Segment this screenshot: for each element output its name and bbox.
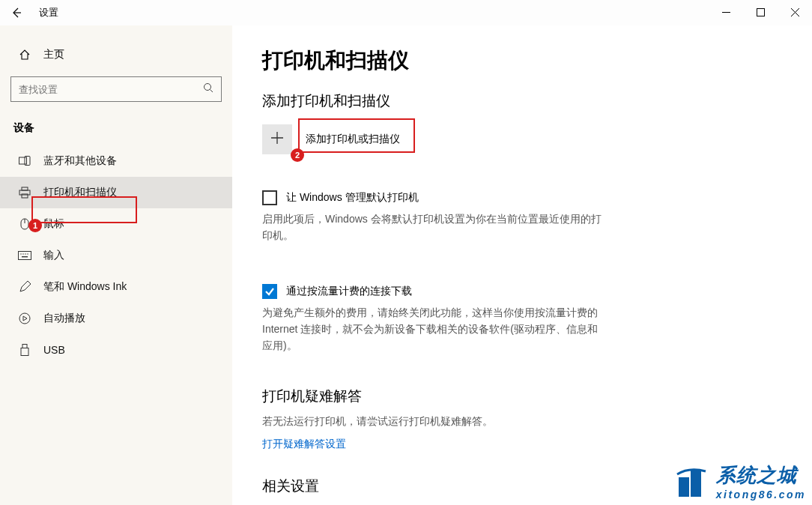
sidebar-item-label: 笔和 Windows Ink — [43, 280, 127, 294]
svg-rect-0 — [757, 8, 764, 16]
sidebar-item-usb[interactable]: USB — [0, 334, 232, 366]
manage-default-row: 让 Windows 管理默认打印机 — [262, 190, 782, 205]
sidebar-item-autoplay[interactable]: 自动播放 — [0, 303, 232, 334]
related-heading: 相关设置 — [262, 477, 782, 496]
sidebar-item-label: 打印机和扫描仪 — [43, 186, 117, 199]
troubleshoot-heading: 打印机疑难解答 — [262, 387, 782, 406]
sidebar-item-bluetooth[interactable]: 蓝牙和其他设备 — [0, 145, 232, 177]
manage-default-checkbox[interactable] — [262, 190, 277, 205]
window-title: 设置 — [39, 6, 58, 19]
maximize-button[interactable] — [743, 0, 778, 24]
window-controls — [709, 0, 812, 24]
annotation-badge-2: 2 — [291, 148, 304, 162]
add-printer-label: 添加打印机或扫描仪 — [306, 133, 400, 146]
keyboard-icon — [16, 251, 33, 260]
search-box[interactable] — [10, 76, 222, 102]
svg-point-9 — [20, 253, 21, 254]
sidebar-item-typing[interactable]: 输入 — [0, 240, 232, 271]
troubleshoot-link[interactable]: 打开疑难解答设置 — [262, 438, 346, 451]
svg-point-10 — [22, 253, 23, 254]
sidebar-item-printers[interactable]: 打印机和扫描仪 — [0, 177, 232, 208]
svg-point-14 — [19, 313, 30, 324]
annotation-badge-1: 1 — [28, 219, 42, 232]
arrow-left-icon — [10, 7, 22, 19]
metered-label: 通过按流量计费的连接下载 — [286, 285, 412, 298]
autoplay-icon — [16, 312, 33, 324]
manage-default-desc: 启用此项后，Windows 会将默认打印机设置为你在当前位置最近使用的打印机。 — [262, 211, 607, 244]
home-label: 主页 — [43, 48, 64, 61]
sidebar-item-label: USB — [43, 344, 65, 356]
printer-icon — [16, 187, 33, 199]
close-icon — [791, 8, 799, 16]
search-icon — [203, 82, 213, 96]
svg-rect-4 — [22, 187, 28, 190]
back-button[interactable] — [0, 0, 33, 25]
close-button[interactable] — [778, 0, 812, 24]
svg-point-1 — [204, 84, 211, 91]
svg-point-12 — [27, 253, 28, 254]
minimize-icon — [722, 8, 730, 16]
main-panel: 打印机和扫描仪 添加打印机和扫描仪 添加打印机或扫描仪 让 Windows 管理… — [232, 25, 812, 505]
pen-icon — [16, 281, 33, 293]
home-nav[interactable]: 主页 — [0, 39, 232, 70]
sidebar-item-label: 自动播放 — [43, 312, 85, 325]
metered-row: 通过按流量计费的连接下载 — [262, 284, 782, 299]
settings-window: 设置 主页 — [0, 0, 812, 505]
troubleshoot-section: 打印机疑难解答 若无法运行打印机，请尝试运行打印机疑难解答。 打开疑难解答设置 — [262, 387, 782, 451]
devices-icon — [16, 156, 33, 166]
troubleshoot-desc: 若无法运行打印机，请尝试运行打印机疑难解答。 — [262, 414, 607, 430]
svg-rect-16 — [21, 348, 28, 356]
content-area: 主页 设备 蓝牙和其他设备 打印机和扫描仪 — [0, 25, 812, 505]
sidebar: 主页 设备 蓝牙和其他设备 打印机和扫描仪 — [0, 25, 232, 505]
add-printer-row: 添加打印机或扫描仪 — [262, 124, 782, 154]
related-section: 相关设置 — [262, 477, 782, 496]
sidebar-item-label: 鼠标 — [43, 217, 64, 231]
svg-rect-13 — [22, 256, 28, 257]
maximize-icon — [757, 8, 765, 16]
page-title: 打印机和扫描仪 — [262, 46, 782, 75]
svg-rect-15 — [22, 345, 27, 348]
sidebar-item-label: 输入 — [43, 249, 64, 262]
manage-default-label: 让 Windows 管理默认打印机 — [286, 191, 419, 205]
svg-rect-2 — [19, 157, 27, 164]
search-input[interactable] — [19, 84, 203, 95]
svg-point-11 — [25, 253, 25, 254]
add-section-heading: 添加打印机和扫描仪 — [262, 91, 782, 111]
add-printer-button[interactable] — [262, 124, 292, 154]
usb-icon — [16, 344, 33, 356]
sidebar-section-title: 设备 — [0, 115, 232, 145]
sidebar-item-label: 蓝牙和其他设备 — [43, 154, 117, 168]
titlebar: 设置 — [0, 0, 812, 25]
svg-rect-8 — [19, 252, 31, 260]
home-icon — [16, 49, 33, 61]
metered-desc: 为避免产生额外的费用，请始终关闭此功能，这样当你使用按流量计费的 Interne… — [262, 305, 607, 354]
minimize-button[interactable] — [709, 0, 743, 24]
metered-checkbox[interactable] — [262, 284, 277, 299]
plus-icon — [270, 130, 284, 149]
sidebar-item-pen[interactable]: 笔和 Windows Ink — [0, 271, 232, 303]
